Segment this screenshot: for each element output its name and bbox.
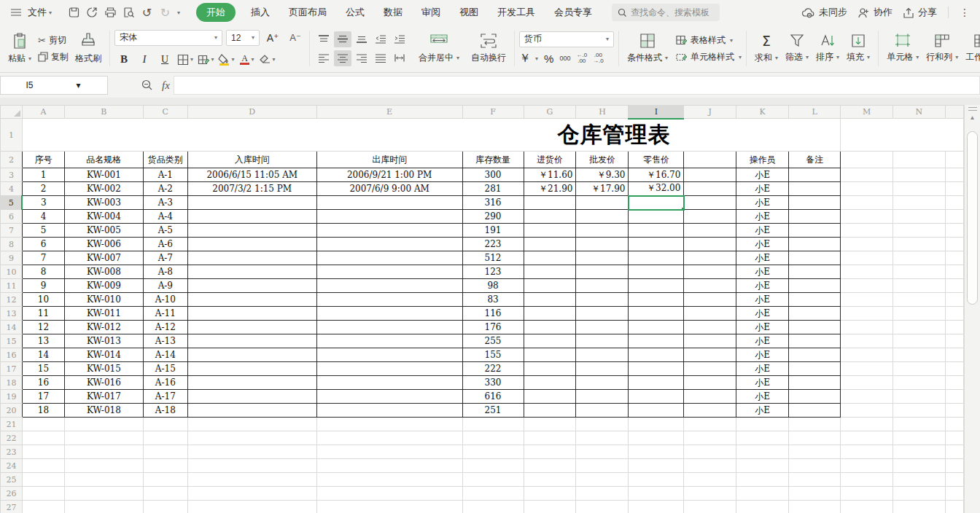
- cell-J5[interactable]: [684, 196, 736, 210]
- cell-C2[interactable]: 货品类别: [143, 152, 187, 168]
- cell-H19[interactable]: [576, 390, 629, 404]
- cell-E23[interactable]: [316, 445, 462, 459]
- cell-E10[interactable]: [316, 265, 462, 279]
- cell-L22[interactable]: [789, 431, 841, 445]
- cell-I25[interactable]: [629, 473, 684, 487]
- cell-I4[interactable]: ￥32.00: [629, 182, 684, 196]
- cell-C20[interactable]: A-18: [143, 404, 187, 418]
- cell-D12[interactable]: [187, 293, 316, 307]
- cell-L16[interactable]: [789, 348, 841, 362]
- cell-E21[interactable]: [316, 418, 462, 431]
- cell-A7[interactable]: 5: [22, 224, 64, 238]
- cell-J22[interactable]: [684, 431, 736, 445]
- eraser-button[interactable]: [257, 51, 276, 68]
- cell-M13[interactable]: [841, 307, 893, 321]
- font-size-select[interactable]: 12 ▾: [226, 30, 260, 46]
- row-header-3[interactable]: 3: [1, 168, 23, 182]
- font-name-select[interactable]: 宋体 ▾: [114, 30, 222, 46]
- align-right-button[interactable]: [353, 50, 370, 66]
- cell-O20[interactable]: [945, 404, 963, 418]
- cell-O27[interactable]: [945, 501, 963, 513]
- comma-style-button[interactable]: 000: [559, 55, 570, 61]
- cell-C17[interactable]: A-15: [143, 362, 187, 376]
- row-header-27[interactable]: 27: [1, 501, 23, 513]
- insert-function-button[interactable]: fx: [162, 79, 170, 92]
- cell-D17[interactable]: [187, 362, 316, 376]
- scrollbar-thumb[interactable]: [967, 131, 978, 305]
- cell-J2[interactable]: [684, 152, 736, 168]
- row-header-13[interactable]: 13: [1, 307, 23, 321]
- cell-M4[interactable]: [841, 182, 893, 196]
- cell-O26[interactable]: [945, 487, 963, 501]
- cell-M27[interactable]: [841, 501, 893, 513]
- cell-N18[interactable]: [892, 376, 945, 390]
- cell-H13[interactable]: [576, 307, 629, 321]
- cell-H25[interactable]: [576, 473, 629, 487]
- cell-H11[interactable]: [576, 279, 629, 293]
- cell-A25[interactable]: [22, 473, 64, 487]
- cell-C8[interactable]: A-6: [143, 238, 187, 251]
- cell-C19[interactable]: A-17: [143, 390, 187, 404]
- cell-C4[interactable]: A-2: [143, 182, 187, 196]
- wrap-text-button[interactable]: 自动换行: [467, 31, 510, 66]
- cell-H2[interactable]: 批发价: [576, 152, 629, 168]
- cell-I27[interactable]: [629, 501, 684, 513]
- cell-C24[interactable]: [143, 459, 187, 473]
- cell-E3[interactable]: 2006/9/21 1:00 PM: [316, 168, 462, 182]
- cell-F19[interactable]: 616: [462, 390, 524, 404]
- cell-K20[interactable]: 小E: [736, 404, 789, 418]
- row-header-2[interactable]: 2: [1, 152, 23, 168]
- cell-H18[interactable]: [576, 376, 629, 390]
- cell-N7[interactable]: [892, 224, 945, 238]
- cell-F24[interactable]: [462, 459, 524, 473]
- cell-F10[interactable]: 123: [462, 265, 524, 279]
- print-preview-button[interactable]: [120, 4, 138, 21]
- cell-C3[interactable]: A-1: [143, 168, 187, 182]
- cell-G5[interactable]: [524, 196, 576, 210]
- cell-E2[interactable]: 出库时间: [316, 152, 462, 168]
- cell-F14[interactable]: 176: [462, 321, 524, 334]
- cell-O11[interactable]: [945, 279, 963, 293]
- align-bottom-button[interactable]: [353, 31, 370, 47]
- cell-F26[interactable]: [462, 487, 524, 501]
- cell-M22[interactable]: [841, 431, 893, 445]
- cell-I26[interactable]: [629, 487, 684, 501]
- cell-J18[interactable]: [684, 376, 736, 390]
- cell-B18[interactable]: KW-016: [64, 376, 143, 390]
- cell-H23[interactable]: [576, 445, 629, 459]
- cell-G13[interactable]: [524, 307, 576, 321]
- cell-F23[interactable]: [462, 445, 524, 459]
- cell-B14[interactable]: KW-012: [64, 321, 143, 334]
- justify-button[interactable]: [372, 50, 389, 66]
- cell-O25[interactable]: [945, 473, 963, 487]
- cell-F5[interactable]: 316: [462, 196, 524, 210]
- cell-E13[interactable]: [316, 307, 462, 321]
- cell-G8[interactable]: [524, 238, 576, 251]
- cell-J7[interactable]: [684, 224, 736, 238]
- cell-J21[interactable]: [684, 418, 736, 431]
- cells-button[interactable]: 单元格: [883, 32, 922, 65]
- cell-L12[interactable]: [789, 293, 841, 307]
- name-box[interactable]: I5 ▾: [0, 76, 108, 95]
- cell-N14[interactable]: [892, 321, 945, 334]
- cell-A11[interactable]: 9: [22, 279, 64, 293]
- cell-O23[interactable]: [945, 445, 963, 459]
- cell-C18[interactable]: A-16: [143, 376, 187, 390]
- collaborate-button[interactable]: 协作: [855, 3, 895, 22]
- column-header-A[interactable]: A: [22, 106, 64, 119]
- cell-F8[interactable]: 223: [462, 238, 524, 251]
- cell-L11[interactable]: [789, 279, 841, 293]
- bold-button[interactable]: B: [114, 51, 133, 68]
- cell-I22[interactable]: [629, 431, 684, 445]
- cell-G16[interactable]: [524, 348, 576, 362]
- export-button[interactable]: [83, 4, 101, 21]
- zoom-formula-icon[interactable]: [141, 79, 153, 91]
- cell-I24[interactable]: [629, 459, 684, 473]
- cell-F22[interactable]: [462, 431, 524, 445]
- cell-C6[interactable]: A-4: [143, 210, 187, 224]
- cell-E12[interactable]: [316, 293, 462, 307]
- row-header-1[interactable]: 1: [1, 119, 23, 152]
- cell-I3[interactable]: ￥16.70: [629, 168, 684, 182]
- fill-color-button[interactable]: [217, 51, 236, 68]
- row-header-4[interactable]: 4: [1, 182, 23, 196]
